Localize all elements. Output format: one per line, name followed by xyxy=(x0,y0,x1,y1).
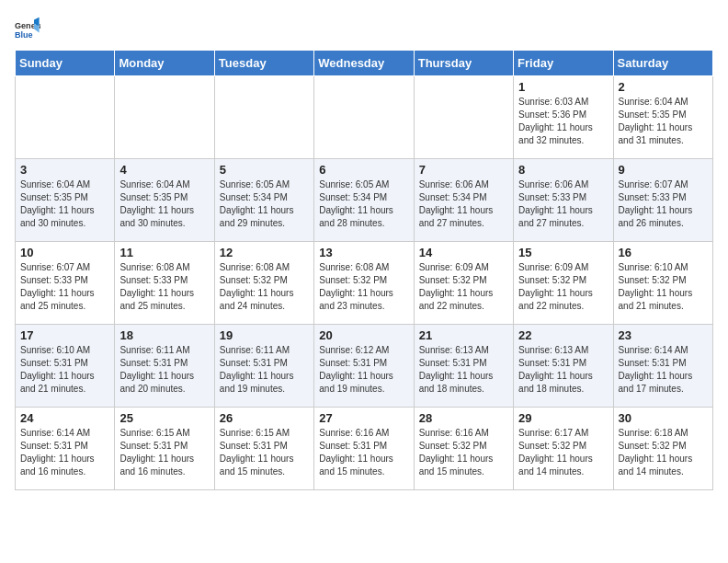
calendar-cell: 8Sunrise: 6:06 AM Sunset: 5:33 PM Daylig… xyxy=(514,159,613,242)
day-info: Sunrise: 6:11 AM Sunset: 5:31 PM Dayligh… xyxy=(119,344,209,396)
calendar-cell: 16Sunrise: 6:10 AM Sunset: 5:32 PM Dayli… xyxy=(613,242,712,325)
weekday-header-tuesday: Tuesday xyxy=(214,51,313,76)
day-number: 12 xyxy=(220,246,309,259)
calendar-cell: 13Sunrise: 6:08 AM Sunset: 5:32 PM Dayli… xyxy=(314,242,414,325)
calendar-cell: 3Sunrise: 6:04 AM Sunset: 5:35 PM Daylig… xyxy=(16,159,115,242)
day-info: Sunrise: 6:04 AM Sunset: 5:35 PM Dayligh… xyxy=(119,178,209,230)
calendar-cell: 12Sunrise: 6:08 AM Sunset: 5:32 PM Dayli… xyxy=(214,242,313,325)
day-number: 14 xyxy=(419,246,508,259)
day-number: 29 xyxy=(518,411,608,425)
day-number: 15 xyxy=(518,246,608,259)
calendar-cell: 11Sunrise: 6:08 AM Sunset: 5:33 PM Dayli… xyxy=(115,242,214,325)
day-info: Sunrise: 6:08 AM Sunset: 5:33 PM Dayligh… xyxy=(119,261,209,313)
calendar-cell xyxy=(16,76,115,159)
day-number: 4 xyxy=(119,163,209,177)
calendar-cell xyxy=(214,76,313,159)
calendar-cell: 30Sunrise: 6:18 AM Sunset: 5:32 PM Dayli… xyxy=(613,408,712,490)
calendar-week-row: 1Sunrise: 6:03 AM Sunset: 5:36 PM Daylig… xyxy=(16,76,713,159)
day-info: Sunrise: 6:16 AM Sunset: 5:31 PM Dayligh… xyxy=(319,427,408,478)
weekday-header-friday: Friday xyxy=(514,51,613,76)
day-number: 18 xyxy=(119,328,209,342)
day-number: 25 xyxy=(119,411,209,425)
day-info: Sunrise: 6:07 AM Sunset: 5:33 PM Dayligh… xyxy=(20,261,109,313)
day-number: 13 xyxy=(319,246,408,259)
day-number: 28 xyxy=(419,411,508,425)
day-number: 26 xyxy=(220,411,309,425)
calendar-cell: 21Sunrise: 6:13 AM Sunset: 5:31 PM Dayli… xyxy=(414,325,513,408)
day-number: 17 xyxy=(20,328,109,342)
day-number: 22 xyxy=(518,328,608,342)
day-info: Sunrise: 6:16 AM Sunset: 5:32 PM Dayligh… xyxy=(419,427,508,478)
logo-icon: General Blue xyxy=(15,15,40,40)
weekday-header-sunday: Sunday xyxy=(16,51,115,76)
day-number: 27 xyxy=(319,411,408,425)
day-number: 3 xyxy=(20,163,109,177)
calendar-cell: 26Sunrise: 6:15 AM Sunset: 5:31 PM Dayli… xyxy=(214,408,313,490)
svg-text:Blue: Blue xyxy=(15,30,33,40)
calendar-body: 1Sunrise: 6:03 AM Sunset: 5:36 PM Daylig… xyxy=(16,76,713,490)
calendar-cell: 14Sunrise: 6:09 AM Sunset: 5:32 PM Dayli… xyxy=(414,242,513,325)
day-info: Sunrise: 6:06 AM Sunset: 5:33 PM Dayligh… xyxy=(518,178,608,230)
day-info: Sunrise: 6:11 AM Sunset: 5:31 PM Dayligh… xyxy=(220,344,309,396)
day-info: Sunrise: 6:17 AM Sunset: 5:32 PM Dayligh… xyxy=(518,427,608,478)
day-number: 30 xyxy=(619,411,708,425)
calendar-cell: 27Sunrise: 6:16 AM Sunset: 5:31 PM Dayli… xyxy=(314,408,414,490)
day-info: Sunrise: 6:09 AM Sunset: 5:32 PM Dayligh… xyxy=(518,261,608,313)
day-number: 2 xyxy=(619,80,708,94)
weekday-header-saturday: Saturday xyxy=(613,51,712,76)
weekday-header-thursday: Thursday xyxy=(414,51,513,76)
day-info: Sunrise: 6:14 AM Sunset: 5:31 PM Dayligh… xyxy=(619,344,708,396)
day-number: 23 xyxy=(619,328,708,342)
calendar-week-row: 3Sunrise: 6:04 AM Sunset: 5:35 PM Daylig… xyxy=(16,159,713,242)
calendar-cell: 9Sunrise: 6:07 AM Sunset: 5:33 PM Daylig… xyxy=(613,159,712,242)
calendar-cell: 22Sunrise: 6:13 AM Sunset: 5:31 PM Dayli… xyxy=(514,325,613,408)
weekday-header-monday: Monday xyxy=(115,51,214,76)
day-info: Sunrise: 6:09 AM Sunset: 5:32 PM Dayligh… xyxy=(419,261,508,313)
calendar-cell: 24Sunrise: 6:14 AM Sunset: 5:31 PM Dayli… xyxy=(16,408,115,490)
calendar-cell: 2Sunrise: 6:04 AM Sunset: 5:35 PM Daylig… xyxy=(613,76,712,159)
calendar-cell xyxy=(115,76,214,159)
day-number: 20 xyxy=(319,328,408,342)
calendar-cell: 6Sunrise: 6:05 AM Sunset: 5:34 PM Daylig… xyxy=(314,159,414,242)
day-number: 10 xyxy=(20,246,109,259)
calendar-week-row: 24Sunrise: 6:14 AM Sunset: 5:31 PM Dayli… xyxy=(16,408,713,490)
day-number: 21 xyxy=(419,328,508,342)
calendar-cell: 23Sunrise: 6:14 AM Sunset: 5:31 PM Dayli… xyxy=(613,325,712,408)
day-info: Sunrise: 6:04 AM Sunset: 5:35 PM Dayligh… xyxy=(20,178,109,230)
calendar-cell: 29Sunrise: 6:17 AM Sunset: 5:32 PM Dayli… xyxy=(514,408,613,490)
day-info: Sunrise: 6:08 AM Sunset: 5:32 PM Dayligh… xyxy=(319,261,408,313)
calendar-cell: 18Sunrise: 6:11 AM Sunset: 5:31 PM Dayli… xyxy=(115,325,214,408)
calendar-cell: 15Sunrise: 6:09 AM Sunset: 5:32 PM Dayli… xyxy=(514,242,613,325)
calendar-cell xyxy=(414,76,513,159)
day-info: Sunrise: 6:18 AM Sunset: 5:32 PM Dayligh… xyxy=(619,427,708,478)
calendar-cell: 19Sunrise: 6:11 AM Sunset: 5:31 PM Dayli… xyxy=(214,325,313,408)
day-info: Sunrise: 6:13 AM Sunset: 5:31 PM Dayligh… xyxy=(419,344,508,396)
day-number: 5 xyxy=(220,163,309,177)
calendar-header-row: SundayMondayTuesdayWednesdayThursdayFrid… xyxy=(16,51,713,76)
day-number: 1 xyxy=(518,80,608,94)
day-number: 11 xyxy=(119,246,209,259)
day-info: Sunrise: 6:04 AM Sunset: 5:35 PM Dayligh… xyxy=(619,96,708,147)
day-info: Sunrise: 6:15 AM Sunset: 5:31 PM Dayligh… xyxy=(220,427,309,478)
day-number: 9 xyxy=(619,163,708,177)
calendar-cell xyxy=(314,76,414,159)
day-info: Sunrise: 6:14 AM Sunset: 5:31 PM Dayligh… xyxy=(20,427,109,478)
calendar-week-row: 17Sunrise: 6:10 AM Sunset: 5:31 PM Dayli… xyxy=(16,325,713,408)
calendar-week-row: 10Sunrise: 6:07 AM Sunset: 5:33 PM Dayli… xyxy=(16,242,713,325)
day-number: 19 xyxy=(220,328,309,342)
day-info: Sunrise: 6:15 AM Sunset: 5:31 PM Dayligh… xyxy=(119,427,209,478)
day-number: 16 xyxy=(619,246,708,259)
day-info: Sunrise: 6:07 AM Sunset: 5:33 PM Dayligh… xyxy=(619,178,708,230)
calendar-table: SundayMondayTuesdayWednesdayThursdayFrid… xyxy=(15,50,713,490)
day-info: Sunrise: 6:12 AM Sunset: 5:31 PM Dayligh… xyxy=(319,344,408,396)
calendar-cell: 7Sunrise: 6:06 AM Sunset: 5:34 PM Daylig… xyxy=(414,159,513,242)
day-info: Sunrise: 6:10 AM Sunset: 5:32 PM Dayligh… xyxy=(619,261,708,313)
calendar-cell: 4Sunrise: 6:04 AM Sunset: 5:35 PM Daylig… xyxy=(115,159,214,242)
day-number: 24 xyxy=(20,411,109,425)
day-info: Sunrise: 6:06 AM Sunset: 5:34 PM Dayligh… xyxy=(419,178,508,230)
day-info: Sunrise: 6:10 AM Sunset: 5:31 PM Dayligh… xyxy=(20,344,109,396)
calendar-cell: 1Sunrise: 6:03 AM Sunset: 5:36 PM Daylig… xyxy=(514,76,613,159)
day-info: Sunrise: 6:05 AM Sunset: 5:34 PM Dayligh… xyxy=(319,178,408,230)
day-info: Sunrise: 6:05 AM Sunset: 5:34 PM Dayligh… xyxy=(220,178,309,230)
calendar-cell: 20Sunrise: 6:12 AM Sunset: 5:31 PM Dayli… xyxy=(314,325,414,408)
